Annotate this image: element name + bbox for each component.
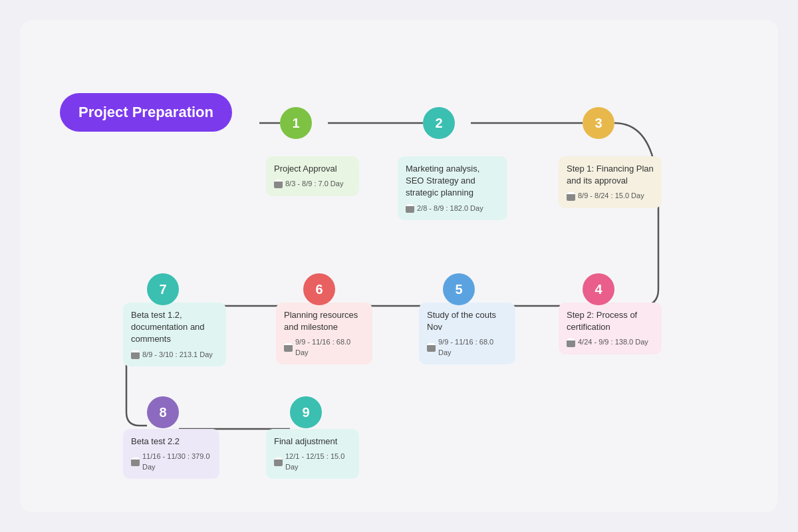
- card-title-3: Step 1: Financing Plan and its approval: [567, 163, 654, 187]
- card-date-text-8: 11/16 - 11/30 : 379.0 Day: [142, 452, 211, 472]
- card-date-9: 12/1 - 12/15 : 15.0 Day: [274, 452, 351, 472]
- card-date-text-4: 4/24 - 9/9 : 138.0 Day: [578, 337, 648, 347]
- card-date-2: 2/8 - 8/9 : 182.0 Day: [406, 203, 499, 213]
- card-title-8: Beta test 2.2: [131, 436, 211, 448]
- calendar-icon: [274, 180, 283, 188]
- card-date-3: 8/9 - 8/24 : 15.0 Day: [567, 191, 654, 201]
- node-4[interactable]: 4: [583, 273, 614, 305]
- card-title-5: Study of the couts Nov: [427, 309, 507, 333]
- card-date-text-6: 9/9 - 11/16 : 68.0 Day: [295, 337, 364, 358]
- node-8[interactable]: 8: [147, 396, 179, 428]
- card-date-text-9: 12/1 - 12/15 : 15.0 Day: [285, 452, 351, 472]
- card-node-8: Beta test 2.211/16 - 11/30 : 379.0 Day: [123, 429, 219, 479]
- card-title-2: Marketing analysis, SEO Strategy and str…: [406, 163, 499, 200]
- card-title-9: Final adjustment: [274, 436, 351, 448]
- calendar-icon: [131, 350, 140, 359]
- card-date-5: 9/9 - 11/16 : 68.0 Day: [427, 337, 507, 358]
- card-node-3: Step 1: Financing Plan and its approval8…: [559, 156, 662, 208]
- card-date-4: 4/24 - 9/9 : 138.0 Day: [567, 337, 654, 347]
- card-date-text-2: 2/8 - 8/9 : 182.0 Day: [417, 203, 483, 213]
- card-title-1: Project Approval: [274, 163, 351, 175]
- card-node-1: Project Approval8/3 - 8/9 : 7.0 Day: [266, 156, 359, 196]
- node-9[interactable]: 9: [290, 396, 322, 428]
- card-title-6: Planning resources and milestone: [284, 309, 364, 333]
- node-7[interactable]: 7: [147, 273, 179, 305]
- calendar-icon: [406, 204, 414, 213]
- card-date-text-1: 8/3 - 8/9 : 7.0 Day: [285, 179, 343, 189]
- node-2[interactable]: 2: [423, 107, 455, 139]
- calendar-icon: [427, 343, 436, 352]
- node-3[interactable]: 3: [583, 107, 614, 139]
- card-date-6: 9/9 - 11/16 : 68.0 Day: [284, 337, 364, 358]
- card-node-7: Beta test 1.2, documentation and comment…: [123, 303, 226, 366]
- card-node-9: Final adjustment12/1 - 12/15 : 15.0 Day: [266, 429, 359, 479]
- canvas: Project Preparation 123456789 Project Ap…: [20, 20, 778, 512]
- title-badge: Project Preparation: [60, 93, 232, 132]
- card-title-4: Step 2: Process of certification: [567, 309, 654, 333]
- node-1[interactable]: 1: [280, 107, 312, 139]
- card-node-2: Marketing analysis, SEO Strategy and str…: [398, 156, 507, 220]
- node-6[interactable]: 6: [303, 273, 335, 305]
- card-node-4: Step 2: Process of certification4/24 - 9…: [559, 303, 662, 354]
- card-date-text-3: 8/9 - 8/24 : 15.0 Day: [578, 191, 644, 201]
- card-date-text-7: 8/9 - 3/10 : 213.1 Day: [142, 350, 213, 360]
- calendar-icon: [284, 343, 293, 352]
- calendar-icon: [567, 192, 575, 201]
- card-date-7: 8/9 - 3/10 : 213.1 Day: [131, 350, 218, 360]
- node-5[interactable]: 5: [443, 273, 475, 305]
- card-title-7: Beta test 1.2, documentation and comment…: [131, 309, 218, 346]
- card-node-6: Planning resources and milestone9/9 - 11…: [276, 303, 372, 364]
- card-date-text-5: 9/9 - 11/16 : 68.0 Day: [438, 337, 507, 358]
- calendar-icon: [567, 338, 575, 347]
- card-date-8: 11/16 - 11/30 : 379.0 Day: [131, 452, 211, 472]
- card-date-1: 8/3 - 8/9 : 7.0 Day: [274, 179, 351, 189]
- card-node-5: Study of the couts Nov9/9 - 11/16 : 68.0…: [419, 303, 515, 364]
- calendar-icon: [131, 458, 140, 466]
- calendar-icon: [274, 458, 283, 466]
